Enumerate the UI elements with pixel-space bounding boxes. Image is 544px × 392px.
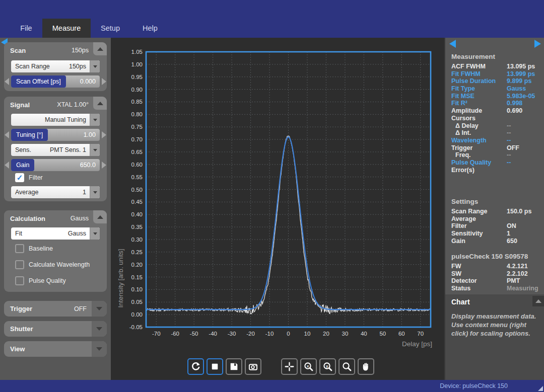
wavelength-checkbox-row[interactable]: Calculate Wavelength [15, 260, 90, 270]
expand-panel-button[interactable] [92, 341, 107, 357]
chevron-down-icon [96, 327, 102, 331]
collapse-help-button[interactable] [532, 296, 544, 306]
page-right-icon[interactable] [534, 40, 541, 48]
info-label: Freq. [451, 151, 471, 159]
panel-trigger-collapsed[interactable]: Trigger OFF [4, 301, 107, 317]
tab-setup[interactable]: Setup [91, 19, 130, 38]
baseline-checkbox-row[interactable]: Baseline [15, 244, 53, 254]
info-row: Fit MSE5.983e-05 [451, 93, 542, 100]
info-value: Gauss [507, 85, 526, 93]
pulse-quality-checkbox[interactable] [15, 276, 24, 285]
gain-value: 650.0 [80, 159, 96, 171]
info-value: Measuring [507, 285, 538, 292]
dropdown-button[interactable] [90, 60, 100, 72]
info-row: Pulse Duration9.899 ps [451, 77, 542, 85]
chevron-up-icon [97, 47, 103, 51]
tuning-mode-select[interactable]: Manual Tuning [11, 114, 100, 126]
svg-text:0.20: 0.20 [131, 262, 143, 268]
increment-icon[interactable] [102, 162, 106, 169]
zoom-y-button[interactable]: y [319, 358, 336, 375]
dropdown-button[interactable] [90, 227, 100, 240]
svg-text:60: 60 [398, 331, 405, 337]
average-label: Average [11, 186, 83, 198]
collapse-panel-button[interactable] [93, 97, 107, 110]
decrement-icon[interactable] [5, 162, 9, 169]
svg-text:-70: -70 [152, 331, 161, 337]
panel-view-collapsed[interactable]: View [4, 341, 107, 357]
device-status-label: Device: pulseCheck 150 [440, 382, 508, 389]
increment-icon[interactable] [102, 78, 106, 85]
scan-range-label: Scan Range [11, 60, 69, 72]
average-select[interactable]: Average 1 [11, 186, 100, 198]
scan-offset-slider[interactable]: Scan Offset [ps] 0.000 [11, 75, 100, 88]
info-label: Fit FWHM [451, 70, 481, 77]
baseline-checkbox[interactable] [15, 244, 24, 253]
expand-panel-button[interactable] [92, 321, 107, 337]
info-label: Filter [451, 222, 467, 229]
chart-help-header: Chart [445, 294, 544, 306]
svg-text:40: 40 [361, 331, 367, 337]
tab-help[interactable]: Help [130, 19, 170, 38]
svg-text:0.85: 0.85 [131, 99, 143, 105]
svg-text:0.45: 0.45 [131, 199, 143, 205]
crosshair-cursor-button[interactable] [281, 358, 298, 375]
sens-row: Sens. PMT Sens. 1 [11, 144, 100, 156]
filter-checkbox-row[interactable]: ✓ Filter [15, 173, 43, 183]
acf-chart-plot[interactable]: 1.051.000.950.900.850.800.750.700.650.60… [111, 38, 444, 352]
panel-calculation-header: Calculation Gauss [4, 210, 107, 225]
run-continuous-button[interactable] [187, 358, 204, 375]
screenshot-button[interactable] [245, 358, 261, 375]
increment-icon[interactable] [102, 131, 106, 138]
page-left-icon[interactable] [449, 40, 456, 48]
info-row: Δ Delay-- [451, 122, 542, 130]
expand-panel-button[interactable] [92, 301, 107, 317]
info-label: Wavelength [451, 137, 487, 144]
tab-measure[interactable]: Measure [42, 19, 91, 38]
dropdown-button[interactable] [90, 114, 100, 126]
dropdown-button[interactable] [90, 144, 100, 156]
info-label: FW [451, 263, 461, 270]
info-row: Fit TypeGauss [451, 85, 542, 93]
collapse-panel-button[interactable] [93, 42, 107, 55]
svg-text:0: 0 [287, 331, 290, 337]
measurement-rows: ACF FWHM13.095 psFit FWHM13.999 psPulse … [451, 63, 542, 174]
save-button[interactable] [226, 358, 242, 375]
info-label: Fit MSE [451, 93, 474, 100]
pulse-quality-checkbox-row[interactable]: Pulse Quality [15, 276, 66, 286]
tuning-slider[interactable]: Tuning [°] 1.00 [11, 129, 100, 141]
svg-text:0.00: 0.00 [131, 311, 143, 318]
tuning-value: 1.00 [84, 129, 96, 141]
baseline-label: Baseline [29, 245, 53, 252]
gain-slider[interactable]: Gain 650.0 [11, 159, 100, 171]
dropdown-button[interactable] [90, 186, 100, 198]
tab-file[interactable]: File [10, 19, 42, 38]
sensitivity-select[interactable]: Sens. PMT Sens. 1 [11, 144, 100, 156]
chevron-down-icon [93, 191, 97, 194]
floppy-icon [229, 361, 239, 372]
stop-button[interactable] [207, 358, 223, 375]
decrement-icon[interactable] [5, 78, 9, 85]
average-value: 1 [83, 186, 90, 198]
svg-text:0.60: 0.60 [131, 162, 143, 168]
info-value: 4.2.121 [507, 263, 528, 270]
right-sidebar: Measurement ACF FWHM13.095 psFit FWHM13.… [444, 38, 544, 380]
info-row: Gain650 [451, 238, 542, 245]
panel-shutter-collapsed[interactable]: Shutter [4, 321, 107, 337]
info-row: ACF FWHM13.095 ps [451, 63, 542, 70]
scan-offset-row: Scan Offset [ps] 0.000 [11, 75, 100, 88]
calculate-wavelength-checkbox[interactable] [15, 260, 24, 269]
resize-grip-icon[interactable] [538, 386, 543, 391]
fit-select[interactable]: Fit Gauss [11, 227, 100, 240]
collapse-panel-button[interactable] [93, 210, 107, 223]
pan-button[interactable] [358, 358, 374, 375]
zoom-x-button[interactable]: x [300, 358, 317, 375]
svg-text:0.25: 0.25 [131, 249, 143, 255]
scan-range-select[interactable]: Scan Range 150ps [11, 60, 100, 72]
info-label: Error(s) [451, 167, 474, 174]
zoom-box-button[interactable] [338, 358, 355, 375]
chart-area: 1.051.000.950.900.850.800.750.700.650.60… [111, 38, 444, 380]
decrement-icon[interactable] [5, 131, 9, 138]
filter-checkbox[interactable]: ✓ [15, 173, 24, 182]
info-label: Pulse Duration [451, 77, 496, 85]
info-value: PMT [507, 277, 520, 285]
